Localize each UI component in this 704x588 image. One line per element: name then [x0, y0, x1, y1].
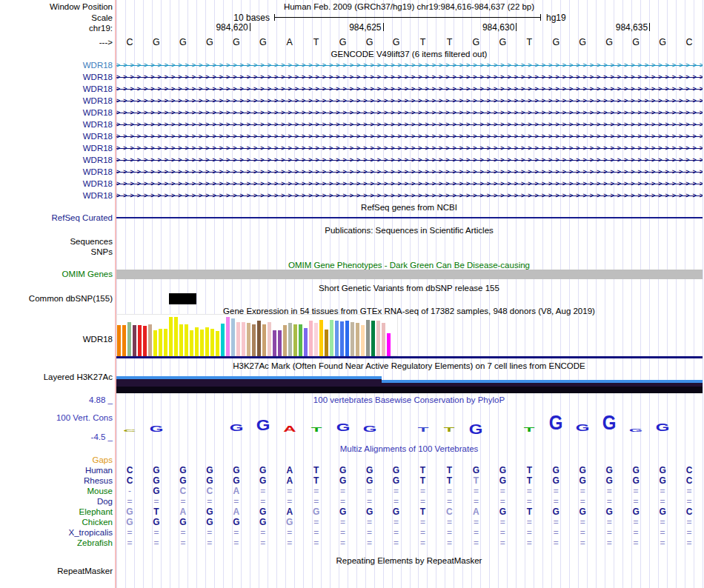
- gencode-item-label[interactable]: WDR18: [83, 190, 113, 201]
- gtex-tissue-bar[interactable]: [361, 325, 365, 356]
- omim-genes-label[interactable]: OMIM Genes: [62, 269, 113, 279]
- gtex-tissue-bar[interactable]: [210, 329, 214, 356]
- gtex-tissue-bar[interactable]: [319, 320, 323, 356]
- gtex-tissue-bar[interactable]: [335, 321, 339, 356]
- omim-track-title[interactable]: OMIM Gene Phenotypes - Dark Green Can Be…: [288, 260, 530, 270]
- gtex-tissue-bar[interactable]: [387, 333, 391, 356]
- gtex-tissue-bar[interactable]: [304, 328, 308, 356]
- gtex-tissue-bar[interactable]: [195, 327, 199, 356]
- gencode-item-label[interactable]: WDR18: [83, 167, 113, 177]
- publications-sequences-label[interactable]: Sequences: [70, 236, 113, 247]
- gtex-tissue-bar[interactable]: [174, 317, 178, 356]
- gtex-tissue-bar[interactable]: [299, 324, 302, 356]
- gtex-tissue-bar[interactable]: [190, 330, 193, 356]
- gtex-tissue-bar[interactable]: [345, 321, 349, 356]
- gtex-tissue-bar[interactable]: [127, 322, 131, 356]
- gtex-tissue-bar[interactable]: [325, 330, 328, 356]
- refseq-curated-item[interactable]: [116, 217, 703, 218]
- repeatmasker-track-title[interactable]: Repeating Elements by RepeatMasker: [336, 555, 482, 566]
- publications-track-title[interactable]: Publications: Sequences in Scientific Ar…: [325, 225, 494, 235]
- gtex-tissue-bar[interactable]: [288, 323, 292, 356]
- phylop-track-title[interactable]: 100 vertebrates Basewise Conservation by…: [313, 395, 505, 405]
- vert-cons-label[interactable]: 100 Vert. Cons: [56, 412, 113, 423]
- refseq-curated-label[interactable]: RefSeq Curated: [52, 213, 113, 223]
- gencode-transcript[interactable]: >>>>>>>>>>>>>>>>>>>>>>>>>>>>>>>>>>>>>>>>…: [116, 107, 703, 118]
- gencode-item-label[interactable]: WDR18: [83, 143, 113, 153]
- gtex-tissue-bar[interactable]: [185, 324, 188, 356]
- gencode-transcript[interactable]: >>>>>>>>>>>>>>>>>>>>>>>>>>>>>>>>>>>>>>>>…: [116, 143, 703, 153]
- multiz-track-title[interactable]: Multiz Alignments of 100 Vertebrates: [340, 444, 479, 454]
- gtex-tissue-bar[interactable]: [122, 325, 126, 356]
- gtex-tissue-bar[interactable]: [169, 317, 173, 356]
- gtex-tissue-bar[interactable]: [231, 318, 235, 356]
- gtex-tissue-bar[interactable]: [293, 324, 297, 356]
- gencode-item-label[interactable]: WDR18: [83, 178, 113, 189]
- multiz-species-label[interactable]: Elephant: [79, 507, 113, 517]
- gtex-tissue-bar[interactable]: [278, 330, 282, 356]
- gtex-tissue-bar[interactable]: [252, 324, 256, 356]
- gtex-tissue-bar[interactable]: [205, 327, 209, 356]
- publications-snps-label[interactable]: SNPs: [91, 247, 113, 257]
- gencode-item-label[interactable]: WDR18: [83, 107, 113, 118]
- gencode-transcript[interactable]: >>>>>>>>>>>>>>>>>>>>>>>>>>>>>>>>>>>>>>>>…: [116, 155, 703, 165]
- gtex-tissue-bar[interactable]: [283, 325, 287, 356]
- gtex-tissue-bar[interactable]: [314, 323, 318, 356]
- gtex-tissue-bar[interactable]: [164, 329, 167, 356]
- gtex-tissue-bar[interactable]: [273, 330, 276, 356]
- omim-gene-item[interactable]: [116, 270, 703, 279]
- gtex-tissue-bar[interactable]: [351, 322, 354, 356]
- gencode-item-label[interactable]: WDR18: [83, 96, 113, 106]
- gencode-transcript[interactable]: >>>>>>>>>>>>>>>>>>>>>>>>>>>>>>>>>>>>>>>>…: [116, 190, 703, 201]
- gencode-item-label[interactable]: WDR18: [83, 131, 113, 141]
- gencode-track-title[interactable]: GENCODE V49lift37 (6 items filtered out): [331, 49, 488, 59]
- common-dbsnp-label[interactable]: Common dbSNP(155): [29, 293, 113, 304]
- multiz-species-label[interactable]: Dog: [97, 496, 113, 507]
- gtex-tissue-bar[interactable]: [159, 329, 162, 356]
- gencode-item-label[interactable]: WDR18: [83, 155, 113, 165]
- multiz-species-label[interactable]: Chicken: [82, 517, 113, 527]
- gencode-transcript[interactable]: >>>>>>>>>>>>>>>>>>>>>>>>>>>>>>>>>>>>>>>>…: [116, 72, 703, 82]
- gtex-tissue-bar[interactable]: [226, 317, 230, 356]
- gtex-tissue-bar[interactable]: [153, 330, 157, 356]
- gtex-tissue-bar[interactable]: [382, 323, 385, 356]
- dbsnp-track-title[interactable]: Short Genetic Variants from dbSNP releas…: [319, 283, 499, 293]
- gencode-transcript[interactable]: >>>>>>>>>>>>>>>>>>>>>>>>>>>>>>>>>>>>>>>>…: [116, 167, 703, 177]
- gtex-gene-model-line[interactable]: [116, 356, 703, 358]
- gtex-tissue-bar[interactable]: [179, 324, 183, 356]
- layered-h3k27ac-label[interactable]: Layered H3K27Ac: [44, 372, 113, 382]
- multiz-species-label[interactable]: Rhesus: [84, 475, 113, 486]
- gtex-tissue-bar[interactable]: [221, 324, 225, 356]
- gtex-tissue-bar[interactable]: [148, 324, 152, 356]
- gtex-tissue-bar[interactable]: [366, 320, 370, 356]
- refseq-track-title[interactable]: RefSeq genes from NCBI: [361, 202, 457, 213]
- gtex-tissue-bar[interactable]: [356, 323, 359, 356]
- gtex-tissue-bar[interactable]: [376, 321, 380, 356]
- gencode-transcript[interactable]: >>>>>>>>>>>>>>>>>>>>>>>>>>>>>>>>>>>>>>>>…: [116, 96, 703, 106]
- gtex-tissue-bar[interactable]: [330, 320, 333, 356]
- gtex-tissue-bar[interactable]: [133, 325, 136, 356]
- multiz-species-label[interactable]: Mouse: [87, 486, 113, 496]
- h3k27ac-track-title[interactable]: H3K27Ac Mark (Often Found Near Active Re…: [233, 361, 585, 371]
- gtex-gene-label[interactable]: WDR18: [83, 334, 113, 344]
- gtex-tissue-bar[interactable]: [340, 321, 344, 356]
- gtex-tissue-bar[interactable]: [309, 321, 313, 356]
- gencode-transcript[interactable]: >>>>>>>>>>>>>>>>>>>>>>>>>>>>>>>>>>>>>>>>…: [116, 84, 703, 94]
- gencode-transcript[interactable]: >>>>>>>>>>>>>>>>>>>>>>>>>>>>>>>>>>>>>>>>…: [116, 178, 703, 189]
- gtex-tissue-bar[interactable]: [262, 324, 266, 356]
- gtex-tissue-bar[interactable]: [138, 325, 142, 356]
- multiz-species-label[interactable]: X_tropicalis: [69, 527, 113, 538]
- gtex-tissue-bar[interactable]: [371, 321, 375, 356]
- gtex-tissue-bar[interactable]: [117, 325, 121, 356]
- gtex-tissue-bar[interactable]: [242, 322, 245, 356]
- gencode-item-label[interactable]: WDR18: [83, 60, 113, 70]
- gtex-tissue-bar[interactable]: [236, 322, 240, 356]
- gencode-transcript[interactable]: >>>>>>>>>>>>>>>>>>>>>>>>>>>>>>>>>>>>>>>>…: [116, 131, 703, 141]
- gencode-item-label[interactable]: WDR18: [83, 84, 113, 94]
- gencode-transcript[interactable]: >>>>>>>>>>>>>>>>>>>>>>>>>>>>>>>>>>>>>>>>…: [116, 60, 703, 70]
- multiz-species-label[interactable]: Human: [85, 465, 113, 475]
- gtex-tissue-bar[interactable]: [257, 321, 261, 356]
- gencode-transcript[interactable]: >>>>>>>>>>>>>>>>>>>>>>>>>>>>>>>>>>>>>>>>…: [116, 119, 703, 130]
- dbsnp-variant-item[interactable]: [169, 293, 196, 304]
- multiz-species-label[interactable]: Gaps: [93, 455, 113, 465]
- gtex-tissue-bar[interactable]: [216, 331, 219, 356]
